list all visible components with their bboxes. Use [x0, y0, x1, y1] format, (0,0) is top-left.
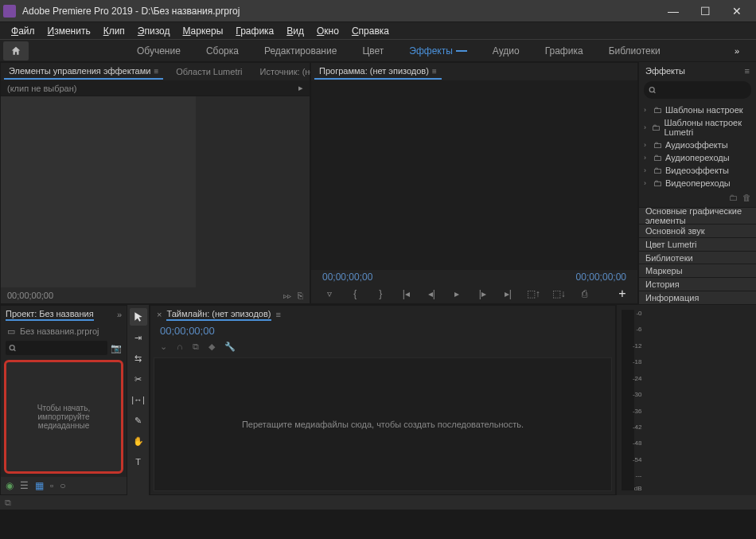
project-footer: ◉ ☰ ▦ ▫ ○ — [1, 477, 127, 494]
panel-libraries[interactable]: Библиотеки — [639, 251, 756, 264]
step-back-button[interactable]: ◂| — [424, 288, 438, 299]
lock-icon[interactable]: ◉ — [6, 480, 14, 491]
export-frame-button[interactable]: ⎙ — [577, 288, 591, 299]
icon-view-icon[interactable]: ▦ — [35, 480, 44, 491]
extract-button[interactable]: ⬚↓ — [551, 288, 566, 299]
workspace-tab-libraries[interactable]: Библиотеки — [596, 42, 673, 60]
freeform-view-icon[interactable]: ▫ — [50, 480, 53, 491]
panel-menu-icon[interactable]: ≡ — [432, 67, 437, 76]
panel-menu-icon[interactable]: ≡ — [745, 66, 750, 76]
list-view-icon[interactable]: ☰ — [20, 480, 29, 491]
ripple-edit-tool[interactable]: ⇆ — [130, 350, 147, 367]
panel-essential-sound[interactable]: Основной звук — [639, 224, 756, 237]
razor-tool[interactable]: ✂ — [130, 370, 147, 388]
maximize-button[interactable]: ☐ — [689, 0, 721, 22]
pen-tool[interactable]: ✎ — [130, 412, 147, 429]
trash-icon[interactable]: 🗑 — [742, 193, 751, 207]
clip-selector-row[interactable]: (клип не выбран) ▸ — [1, 80, 310, 96]
timeline-timecode[interactable]: 00;00;00;00 — [150, 323, 615, 338]
minimize-button[interactable]: — — [657, 0, 689, 22]
menu-graphics[interactable]: Графика — [229, 24, 280, 38]
project-file-row[interactable]: ▭ Без названия.prproj — [1, 323, 127, 339]
go-to-out-button[interactable]: ▸| — [501, 288, 515, 299]
type-tool[interactable]: T — [130, 453, 147, 471]
snap-icon[interactable]: ∩ — [177, 342, 183, 351]
menu-sequence[interactable]: Эпизод — [131, 24, 177, 38]
panel-markers[interactable]: Маркеры — [639, 264, 756, 277]
step-forward-button[interactable]: |▸ — [475, 288, 489, 299]
add-marker-button[interactable]: ▿ — [322, 288, 337, 299]
project-title[interactable]: Проект: Без названия — [6, 309, 94, 321]
settings-icon[interactable]: 🔧 — [224, 342, 236, 352]
program-tc-right: 00;00;00;00 — [576, 271, 626, 283]
project-search-input[interactable] — [17, 342, 104, 354]
mark-in-button[interactable]: { — [348, 288, 362, 299]
lift-button[interactable]: ⬚↑ — [526, 288, 540, 299]
tree-item-lumetri-presets[interactable]: ›🗀Шаблоны настроек Lumetri — [641, 116, 754, 139]
tree-item-audio-effects[interactable]: ›🗀Аудиоэффекты — [641, 139, 754, 151]
program-viewport[interactable] — [311, 80, 637, 270]
workspace-tab-assembly[interactable]: Сборка — [193, 42, 251, 60]
search-icon — [649, 86, 657, 95]
tree-item-video-effects[interactable]: ›🗀Видеоэффекты — [641, 164, 754, 177]
slip-tool[interactable]: |↔| — [130, 391, 147, 408]
camera-icon[interactable]: 📷 — [111, 343, 122, 353]
panel-info[interactable]: Информация — [639, 291, 756, 304]
tab-lumetri-scopes[interactable]: Области Lumetri — [171, 64, 247, 79]
tree-item-video-transitions[interactable]: ›🗀Видеопереходы — [641, 177, 754, 189]
project-search[interactable] — [6, 341, 107, 355]
menu-edit[interactable]: Изменить — [41, 24, 97, 38]
menu-clip[interactable]: Клип — [97, 24, 131, 38]
play-button[interactable]: ▸ — [450, 288, 464, 299]
menu-view[interactable]: Вид — [280, 24, 310, 38]
chevron-right-icon: › — [644, 179, 650, 187]
playhead-icon[interactable]: ⎘ — [298, 291, 303, 300]
timeline-drop-zone[interactable]: Перетащите медиафайлы сюда, чтобы создат… — [154, 357, 612, 491]
close-tab-icon[interactable]: × — [157, 310, 162, 319]
panel-history[interactable]: История — [639, 277, 756, 291]
go-to-in-button[interactable]: |◂ — [399, 288, 413, 299]
mark-out-button[interactable]: } — [373, 288, 388, 299]
workspace-tab-effects[interactable]: Эффекты — [396, 42, 480, 60]
button-editor-button[interactable]: + — [618, 287, 625, 301]
menu-file[interactable]: Файл — [5, 24, 41, 38]
search-icon — [9, 344, 17, 353]
tab-program[interactable]: Программа: (нет эпизодов)≡ — [314, 64, 442, 80]
track-select-tool[interactable]: ⇥ — [130, 329, 147, 346]
project-drop-zone[interactable]: Чтобы начать, импортируйте медиаданные — [4, 360, 123, 474]
tree-item-presets[interactable]: ›🗀Шаблоны настроек — [641, 104, 754, 116]
nest-icon[interactable]: ⌄ — [160, 342, 167, 352]
workspace-tab-editing[interactable]: Редактирование — [251, 42, 349, 60]
new-bin-icon[interactable]: 🗀 — [729, 193, 738, 207]
workspace-tab-learning[interactable]: Обучение — [124, 42, 193, 60]
marker-icon[interactable]: ◆ — [208, 342, 215, 352]
right-column: Эффекты ≡ ›🗀Шаблоны настроек ›🗀Шаблоны н… — [638, 62, 756, 304]
panel-essential-graphics[interactable]: Основные графические элементы — [639, 207, 756, 224]
zoom-slider-icon[interactable]: ○ — [60, 480, 65, 491]
panel-menu-icon[interactable]: ≡ — [154, 67, 158, 76]
panel-overflow-icon[interactable]: » — [117, 310, 122, 319]
workspace-tab-graphics[interactable]: Графика — [532, 42, 596, 60]
workspace-tab-color[interactable]: Цвет — [349, 42, 396, 60]
close-button[interactable]: ✕ — [721, 0, 753, 22]
tab-effect-controls[interactable]: Элементы управления эффектами≡ — [4, 64, 163, 80]
effects-search-input[interactable] — [657, 85, 746, 95]
tree-item-audio-transitions[interactable]: ›🗀Аудиопереходы — [641, 151, 754, 164]
workspace-tab-audio[interactable]: Аудио — [480, 42, 532, 60]
zoom-to-sequence-icon[interactable]: ▹▹ — [283, 291, 291, 300]
workspace-overflow-button[interactable]: » — [721, 46, 753, 56]
program-tc-left[interactable]: 00;00;00;00 — [322, 271, 372, 283]
linked-selection-icon[interactable]: ⧉ — [193, 342, 199, 352]
active-indicator-icon — [456, 50, 467, 52]
panel-menu-icon[interactable]: ≡ — [276, 310, 281, 319]
menu-help[interactable]: Справка — [345, 24, 396, 38]
selection-tool[interactable] — [130, 308, 147, 326]
effects-search[interactable] — [644, 81, 751, 99]
menu-window[interactable]: Окно — [310, 24, 345, 38]
hand-tool[interactable]: ✋ — [130, 432, 147, 450]
timeline-title[interactable]: Таймлайн: (нет эпизодов) — [166, 309, 271, 321]
home-button[interactable] — [3, 41, 29, 61]
panel-lumetri-color[interactable]: Цвет Lumetri — [639, 237, 756, 251]
meter-tick: -54 — [633, 456, 642, 463]
menu-markers[interactable]: Маркеры — [176, 24, 229, 38]
